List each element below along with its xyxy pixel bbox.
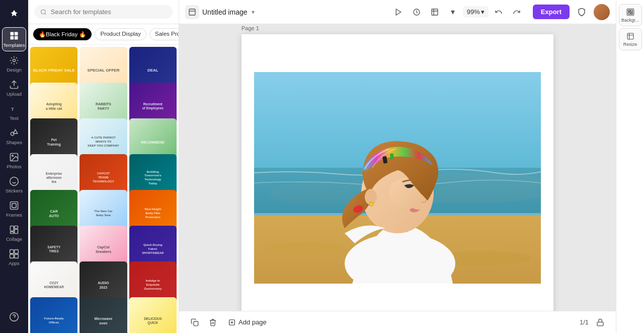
shield-icon[interactable] [574,4,590,20]
svg-point-25 [41,10,46,14]
svg-rect-52 [628,10,630,12]
canvas-page[interactable] [242,34,553,311]
topbar-tools: ▾ 99% ▾ [390,4,525,20]
sidebar-label-upload: Upload [7,91,22,97]
background-label: Backgr... [621,18,639,23]
sidebar-item-design[interactable]: Design [2,52,26,76]
search-bar [28,0,179,24]
svg-rect-53 [630,10,632,12]
svg-rect-3 [15,36,18,40]
svg-rect-20 [15,250,19,254]
svg-marker-27 [396,9,400,15]
sidebar-item-templates[interactable]: Templates [2,27,26,51]
page-type-icon [185,5,199,19]
svg-rect-22 [15,254,19,258]
canvas-wrapper: Page 1 [242,34,553,311]
export-button[interactable]: Export [533,5,570,19]
bottombar: Add page 1/1 [179,311,616,333]
svg-rect-43 [390,153,394,160]
sidebar-item-shapes[interactable]: Shapes [2,125,26,148]
sidebar-item-upload[interactable]: Upload [2,77,26,100]
zoom-control[interactable]: 99% ▾ [463,6,489,18]
sidebar-label-collage: Collage [6,236,22,242]
topbar-left: Untitled image ▾ [185,5,255,19]
svg-rect-13 [11,202,18,210]
sidebar-label-stickers: Stickers [6,188,23,193]
avatar[interactable] [594,4,610,20]
svg-rect-14 [12,204,16,208]
canvas-image [254,72,541,284]
sidebar-label-templates: Templates [3,42,25,48]
add-page-button[interactable]: Add page [223,316,272,328]
background-icon [626,8,635,17]
document-title[interactable]: Untitled image [202,8,248,16]
title-chevron-icon[interactable]: ▾ [252,9,255,16]
bottombar-left: Add page [187,315,272,330]
main-area: Untitled image ▾ ▾ [179,0,616,333]
category-tab-black-friday[interactable]: 🔥Black Friday 🔥 [33,28,92,40]
sidebar-item-collage[interactable]: Collage [2,222,26,245]
sidebar-item-apps[interactable]: Apps [2,246,26,269]
svg-point-9 [12,155,13,157]
svg-rect-26 [189,9,195,15]
play-button[interactable] [390,4,407,20]
layout-button[interactable] [427,4,443,20]
svg-rect-19 [10,250,14,254]
template-thumb[interactable]: Microwaveoven [79,297,127,333]
app-logo[interactable] [2,6,26,22]
sidebar-item-frames[interactable]: Frames [2,197,26,221]
svg-text:T: T [11,107,14,112]
svg-rect-54 [628,13,630,15]
sidebar-item-text[interactable]: T Text [2,101,26,124]
svg-point-4 [13,59,16,62]
svg-rect-2 [11,36,14,40]
lock-button[interactable] [593,315,608,330]
zoom-value: 99% [467,8,480,16]
resize-button[interactable]: Resize [619,28,642,50]
svg-point-10 [10,177,19,186]
redo-button[interactable] [509,4,525,20]
sidebar-label-frames: Frames [6,212,22,218]
undo-button[interactable] [491,4,507,20]
svg-point-45 [369,202,373,206]
copy-page-button[interactable] [187,315,202,330]
sidebar-item-photos[interactable]: Photos [2,149,26,172]
canvas-area[interactable]: Page 1 [179,24,616,311]
svg-rect-21 [10,254,14,258]
layout-chevron-button[interactable]: ▾ [445,4,461,20]
add-page-label: Add page [238,318,267,326]
template-thumb[interactable]: Future-ReadyOffices [30,297,77,333]
resize-icon [626,32,635,41]
right-panel: Backgr... Resize [616,0,644,333]
sidebar-item-stickers[interactable]: Stickers [2,173,26,196]
svg-rect-15 [11,226,14,231]
sidebar: Templates Design Upload T Text Shapes [0,0,28,333]
sidebar-label-photos: Photos [7,164,22,169]
svg-rect-55 [630,13,632,15]
template-thumb[interactable]: DELICIOUSQUICK [129,297,177,333]
templates-panel: 🔥Black Friday 🔥 Product Display Sales Pr… [28,0,179,333]
add-page-icon [228,319,235,326]
search-wrapper[interactable] [34,5,173,19]
sidebar-label-design: Design [7,67,22,73]
svg-rect-17 [15,229,18,233]
svg-rect-1 [15,32,18,36]
svg-rect-56 [627,33,633,39]
svg-rect-0 [11,32,14,36]
timer-button[interactable] [409,4,425,20]
search-input[interactable] [51,8,167,16]
topbar: Untitled image ▾ ▾ [179,0,616,24]
category-tabs: 🔥Black Friday 🔥 Product Display Sales Pr… [28,24,179,45]
sidebar-label-text: Text [10,115,18,121]
page-counter: 1/1 [580,318,589,326]
sidebar-label-shapes: Shapes [6,140,22,145]
category-tab-product-display[interactable]: Product Display [95,28,146,40]
svg-rect-18 [11,232,14,233]
svg-point-36 [264,242,345,254]
templates-grid: BLACK FRIDAY SALE SPECIAL OFFER DEAL Ado… [28,45,179,333]
delete-page-button[interactable] [205,315,220,330]
page-label: Page 1 [242,25,259,31]
background-button[interactable]: Backgr... [619,4,642,26]
sidebar-item-help[interactable] [2,309,26,325]
category-tab-sales-promotion[interactable]: Sales Promotion [149,28,179,40]
